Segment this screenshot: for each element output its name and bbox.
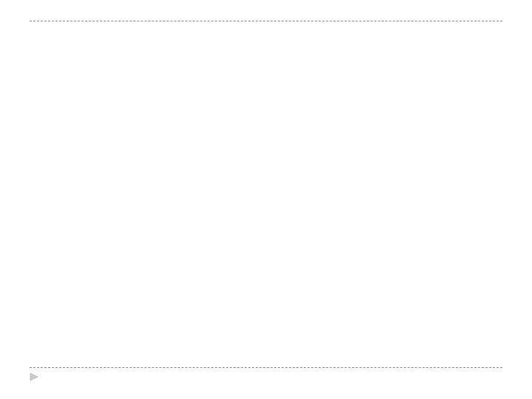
title-divider [30,21,502,21]
footer-divider [30,367,502,368]
play-icon [30,372,38,381]
page-marker [30,372,502,381]
svg-marker-0 [30,373,38,381]
slide-footer [30,367,502,381]
